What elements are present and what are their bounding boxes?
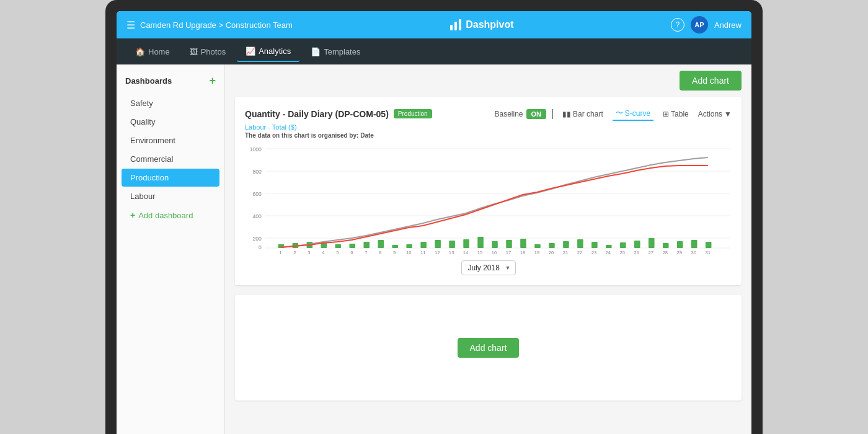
nav-templates[interactable]: 📄 Templates xyxy=(302,42,369,61)
actions-label: Actions xyxy=(698,110,722,118)
main-layout: Dashboards + Safety Quality Environment … xyxy=(117,64,751,434)
logo-icon xyxy=(450,19,462,31)
svg-rect-58 xyxy=(449,241,455,248)
actions-chevron-icon: ▼ xyxy=(724,110,732,118)
top-bar: ☰ Camden Rd Upgrade > Construction Team … xyxy=(117,11,751,38)
sidebar-item-environment[interactable]: Environment xyxy=(122,131,219,149)
content-header: Add chart xyxy=(225,64,751,97)
svg-text:24: 24 xyxy=(606,250,611,255)
sidebar-item-safety[interactable]: Safety xyxy=(122,94,219,112)
baseline-toggle: Baseline ON xyxy=(495,109,547,119)
svg-text:31: 31 xyxy=(705,250,711,255)
analytics-icon: 📈 xyxy=(246,46,255,56)
add-chart-top-button[interactable]: Add chart xyxy=(680,71,742,91)
svg-rect-55 xyxy=(406,244,412,248)
chart-footer: July 2018 xyxy=(245,260,732,275)
svg-text:13: 13 xyxy=(449,250,454,255)
nav-home-label: Home xyxy=(148,47,170,56)
app-title: Dashpivot xyxy=(466,19,513,30)
svg-text:5: 5 xyxy=(336,250,339,255)
svg-text:600: 600 xyxy=(252,191,261,197)
svg-rect-75 xyxy=(691,240,698,248)
svg-text:23: 23 xyxy=(591,250,597,255)
content-area: Add chart Quantity - Daily Diary (DP-COM… xyxy=(225,64,751,434)
svg-text:21: 21 xyxy=(563,250,569,255)
svg-text:6: 6 xyxy=(350,250,353,255)
baseline-state[interactable]: ON xyxy=(526,109,547,119)
svg-rect-69 xyxy=(606,245,612,248)
svg-text:400: 400 xyxy=(252,213,261,219)
actions-dropdown[interactable]: Actions ▼ xyxy=(698,110,732,118)
svg-rect-59 xyxy=(463,239,469,248)
svg-text:30: 30 xyxy=(691,250,696,255)
svg-rect-53 xyxy=(378,240,384,248)
sidebar-add-button[interactable]: + xyxy=(209,74,216,87)
table-button[interactable]: ⊞ Table xyxy=(660,108,692,120)
baseline-label: Baseline xyxy=(495,110,523,118)
month-select-wrapper[interactable]: July 2018 xyxy=(461,260,516,275)
chart-header: Quantity - Daily Diary (DP-COM-05) Produ… xyxy=(245,107,732,121)
svg-text:29: 29 xyxy=(676,250,682,255)
help-icon[interactable]: ? xyxy=(671,18,684,32)
svg-rect-1 xyxy=(454,22,457,30)
nav-analytics[interactable]: 📈 Analytics xyxy=(237,42,299,62)
svg-rect-54 xyxy=(392,245,398,248)
app-logo: Dashpivot xyxy=(450,19,513,31)
sidebar-item-labour[interactable]: Labour xyxy=(122,187,219,205)
svg-text:1: 1 xyxy=(279,250,281,255)
add-chart-empty-button[interactable]: Add chart xyxy=(458,338,520,358)
svg-text:3: 3 xyxy=(308,250,311,255)
svg-text:28: 28 xyxy=(663,250,668,255)
table-icon: ⊞ xyxy=(663,110,669,118)
nav-templates-label: Templates xyxy=(324,47,360,56)
svg-text:12: 12 xyxy=(435,250,440,255)
svg-rect-57 xyxy=(435,240,441,248)
chart-controls: Baseline ON ▮▮ Bar chart 〜 S-curve xyxy=(495,107,732,121)
svg-text:800: 800 xyxy=(252,169,261,175)
nav-home[interactable]: 🏠 Home xyxy=(126,42,179,61)
sidebar-item-production[interactable]: Production xyxy=(122,169,219,187)
svg-rect-71 xyxy=(634,241,640,248)
add-dashboard-button[interactable]: + Add dashboard xyxy=(122,206,219,224)
svg-rect-68 xyxy=(591,242,598,248)
svg-rect-74 xyxy=(677,241,683,248)
svg-text:11: 11 xyxy=(420,250,426,255)
svg-rect-66 xyxy=(563,241,569,248)
empty-chart-card: Add chart xyxy=(235,295,742,401)
svg-text:27: 27 xyxy=(649,250,654,255)
svg-text:0: 0 xyxy=(259,244,262,250)
svg-rect-51 xyxy=(349,244,355,248)
svg-text:20: 20 xyxy=(549,250,554,255)
svg-rect-76 xyxy=(706,242,712,248)
month-select[interactable]: July 2018 xyxy=(461,260,516,275)
svg-rect-0 xyxy=(450,25,453,30)
sidebar-item-commercial[interactable]: Commercial xyxy=(122,150,219,168)
breadcrumb: Camden Rd Upgrade > Construction Team xyxy=(140,20,293,30)
svg-rect-2 xyxy=(459,19,461,30)
svg-text:22: 22 xyxy=(577,250,583,255)
svg-text:8: 8 xyxy=(379,250,382,255)
templates-icon: 📄 xyxy=(311,47,321,56)
nav-analytics-label: Analytics xyxy=(259,46,291,56)
sidebar: Dashboards + Safety Quality Environment … xyxy=(117,64,225,434)
production-badge: Production xyxy=(394,109,432,118)
svg-rect-52 xyxy=(363,242,370,248)
svg-text:25: 25 xyxy=(620,250,626,255)
nav-photos[interactable]: 🖼 Photos xyxy=(181,42,234,61)
s-curve-button[interactable]: 〜 S-curve xyxy=(613,107,653,121)
svg-text:26: 26 xyxy=(634,250,640,255)
bar-chart-button[interactable]: ▮▮ Bar chart xyxy=(559,108,606,120)
home-icon: 🏠 xyxy=(135,47,145,56)
svg-rect-50 xyxy=(335,244,342,248)
svg-text:4: 4 xyxy=(322,250,325,255)
svg-rect-67 xyxy=(577,239,583,248)
sidebar-item-quality[interactable]: Quality xyxy=(122,113,219,131)
add-dashboard-label: Add dashboard xyxy=(138,211,193,220)
top-bar-right: ? AP Andrew xyxy=(671,16,742,33)
chart-svg-container: 1000 800 600 400 200 0 xyxy=(245,144,732,255)
hamburger-icon[interactable]: ☰ xyxy=(126,19,135,31)
svg-rect-63 xyxy=(520,239,526,248)
svg-text:16: 16 xyxy=(492,250,497,255)
s-curve-icon: 〜 xyxy=(616,108,623,118)
svg-text:17: 17 xyxy=(506,250,512,255)
